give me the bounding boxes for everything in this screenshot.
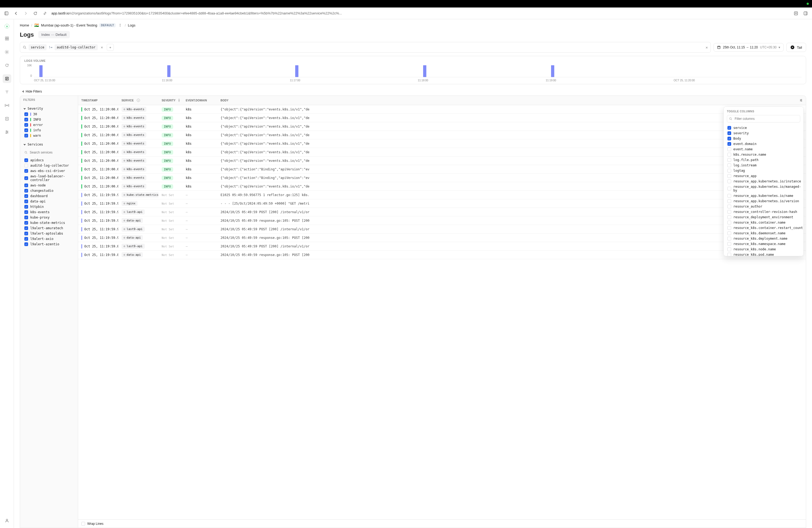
app-logo[interactable]: 9 — [4, 23, 10, 29]
table-row[interactable]: Oct 25, 11:19:59.903 ⚙data-api Not Set –… — [78, 234, 806, 242]
column-option[interactable]: ✓event.domain — [727, 141, 800, 147]
checkbox[interactable] — [727, 231, 731, 235]
service-filter-item[interactable]: ✓httpbin — [23, 204, 75, 209]
clear-filters-icon[interactable]: × — [706, 45, 708, 50]
service-pill[interactable]: ⚙k8s-events — [121, 124, 146, 129]
severity-group-header[interactable]: Severity — [23, 106, 75, 112]
service-pill[interactable]: ⚙kube-state-metrics — [121, 192, 158, 197]
checkbox[interactable] — [727, 174, 731, 178]
chart-bar[interactable] — [551, 65, 554, 77]
column-option[interactable]: resource_app.kubernetes.io/version — [727, 199, 800, 204]
table-row[interactable]: Oct 25, 11:20:00.000 ⚙k8s-events INFO k8… — [78, 114, 806, 122]
breadcrumb-home[interactable]: Home — [20, 23, 29, 27]
rail-gear-icon[interactable] — [3, 48, 11, 56]
service-pill[interactable]: ⚙k8s-events — [121, 175, 146, 180]
checkbox[interactable] — [727, 199, 731, 203]
service-filter-item[interactable]: ✓k8s-events — [23, 209, 75, 215]
severity-filter-item[interactable]: ✓INFO — [23, 117, 75, 122]
checkbox[interactable]: ✓ — [727, 142, 731, 146]
th-severity[interactable]: SEVERITY i — [158, 96, 183, 105]
service-filter-item[interactable]: ✓dashboard — [23, 193, 75, 199]
hide-filters-button[interactable]: Hide Filters — [20, 87, 806, 96]
checkbox[interactable] — [727, 253, 731, 256]
column-option[interactable]: resource_k8s.deployment.name — [727, 236, 800, 241]
checkbox[interactable] — [727, 215, 731, 219]
table-row[interactable]: Oct 25, 11:19:59.928 ⚙data-api Not Set –… — [78, 216, 806, 225]
table-row[interactable]: Oct 25, 11:19:59.928 ⚙last9-api Not Set … — [78, 208, 806, 216]
column-option[interactable]: logtag — [727, 168, 800, 173]
table-row[interactable]: Oct 25, 11:19:59.952 ⚙nginx Not Set – - … — [78, 199, 806, 208]
column-option[interactable]: resource_k8s.node.name — [727, 247, 800, 252]
chart-bar[interactable] — [39, 65, 43, 77]
rail-refresh-icon[interactable] — [3, 61, 11, 70]
column-option[interactable]: resource_deployment_environment — [727, 215, 800, 220]
checkbox[interactable]: ✓ — [24, 216, 28, 219]
column-option[interactable]: resource_k8s.pod.name — [727, 252, 800, 256]
rail-logs-icon[interactable] — [3, 74, 11, 83]
rail-signal-icon[interactable] — [3, 101, 11, 110]
service-filter-item[interactable]: ✓kube-state-metrics — [23, 220, 75, 225]
service-pill[interactable]: ⚙data-api — [121, 218, 143, 223]
checkbox[interactable] — [727, 169, 731, 173]
service-filter-item[interactable]: ✓l9alert-amuratech — [23, 225, 75, 231]
checkbox[interactable]: ✓ — [24, 200, 28, 203]
service-pill[interactable]: ⚙data-api — [121, 235, 143, 240]
add-filter-button[interactable]: + — [107, 44, 114, 51]
checkbox[interactable]: ✓ — [24, 128, 28, 132]
th-body[interactable]: BODY — [217, 96, 796, 105]
table-row[interactable]: Oct 25, 11:20:00.000 ⚙k8s-events INFO k8… — [78, 105, 806, 114]
column-option[interactable]: ✓service — [727, 125, 800, 131]
service-filter-item[interactable]: ✓data-api — [23, 199, 75, 204]
severity-filter-item[interactable]: ✓error — [23, 122, 75, 128]
checkbox[interactable]: ✓ — [24, 232, 28, 235]
table-row[interactable]: Oct 25, 11:20:00.000 ⚙k8s-events INFO k8… — [78, 174, 806, 182]
column-option[interactable]: resource_k8s.daemonset.name — [727, 231, 800, 236]
checkbox[interactable]: ✓ — [24, 112, 28, 116]
columns-toggle-button[interactable] — [796, 96, 806, 105]
service-filter-item[interactable]: ✓l9alert-axio — [23, 236, 75, 241]
checkbox[interactable]: ✓ — [24, 158, 28, 162]
table-row[interactable]: Oct 25, 11:20:00.000 ⚙k8s-events INFO k8… — [78, 148, 806, 157]
service-pill[interactable]: ⚙last9-api — [121, 244, 145, 249]
filter-bar[interactable]: service != auditd-log-collector × + × — [20, 42, 711, 53]
service-filter-item[interactable]: ✓aws-load-balancer-controller — [23, 174, 75, 183]
service-filter-item[interactable]: ✓aws-node — [23, 183, 75, 188]
service-pill[interactable]: ⚙k8s-events — [121, 132, 146, 137]
th-service[interactable]: SERVICE i — [118, 96, 158, 105]
services-group-header[interactable]: Services — [23, 142, 75, 147]
checkbox[interactable] — [24, 164, 28, 167]
wrap-lines-checkbox[interactable] — [81, 522, 85, 526]
service-filter-item[interactable]: ✓changestudio — [23, 188, 75, 193]
service-pill[interactable]: ⚙k8s-events — [121, 167, 146, 172]
column-option[interactable]: log.iostream — [727, 163, 800, 168]
service-pill[interactable]: ⚙last9-api — [121, 209, 145, 215]
checkbox[interactable]: ✓ — [24, 210, 28, 214]
table-row[interactable]: Oct 25, 11:20:00.000 ⚙k8s-events INFO k8… — [78, 157, 806, 165]
panel-icon[interactable] — [802, 10, 809, 17]
table-body[interactable]: Oct 25, 11:20:00.000 ⚙k8s-events INFO k8… — [78, 105, 806, 519]
table-row[interactable]: Oct 25, 11:20:00.000 ⚙k8s-events INFO k8… — [78, 122, 806, 131]
checkbox[interactable] — [727, 205, 731, 208]
rail-user-icon[interactable] — [3, 516, 11, 525]
checkbox[interactable]: ✓ — [24, 205, 28, 209]
sidebar-toggle-icon[interactable] — [3, 10, 10, 17]
column-option[interactable]: resource_app.kubernetes.io/name — [727, 193, 800, 199]
service-pill[interactable]: ⚙k8s-events — [121, 158, 146, 163]
back-icon[interactable] — [13, 10, 19, 17]
service-filter-item[interactable]: ✓l9alert-azentio — [23, 241, 75, 247]
checkbox[interactable]: ✓ — [24, 189, 28, 193]
checkbox[interactable] — [727, 210, 731, 214]
checkbox[interactable] — [727, 163, 731, 167]
table-row[interactable]: Oct 25, 11:20:00.000 ⚙k8s-events INFO k8… — [78, 140, 806, 148]
service-filter-item[interactable]: ✓l9alert-aptoslabs — [23, 231, 75, 236]
index-selector[interactable]: Index—Default — [38, 31, 70, 38]
chart-bar[interactable] — [167, 65, 171, 77]
service-pill[interactable]: ⚙nginx — [121, 201, 137, 206]
updown-icon[interactable] — [119, 23, 121, 27]
service-filter-item[interactable]: ✓kube-proxy — [23, 215, 75, 220]
checkbox[interactable] — [727, 153, 731, 157]
tail-button[interactable]: Tail — [786, 43, 806, 52]
checkbox[interactable]: ✓ — [24, 176, 28, 180]
checkbox[interactable]: ✓ — [24, 134, 28, 137]
table-row[interactable]: Oct 25, 11:20:00.000 ⚙k8s-events INFO k8… — [78, 182, 806, 191]
